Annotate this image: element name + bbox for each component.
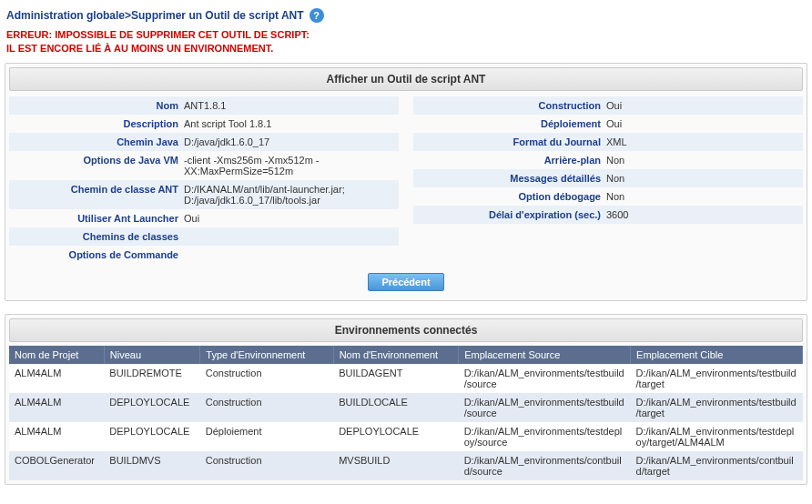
field-label: Options de Java VM bbox=[15, 155, 184, 176]
field-label: Déploiement bbox=[419, 118, 606, 129]
table-header: Nom d'Environnement bbox=[333, 346, 459, 364]
table-row: ALM4ALMDEPLOYLOCALEConstructionBUILDLOCA… bbox=[9, 393, 803, 422]
breadcrumb-sep: > bbox=[125, 9, 131, 22]
field-label: Construction bbox=[419, 100, 606, 111]
table-cell: ALM4ALM bbox=[9, 422, 104, 451]
field-label: Chemins de classes bbox=[15, 231, 184, 242]
field-row: NomANT1.8.1 bbox=[9, 96, 399, 115]
field-label: Arrière-plan bbox=[419, 155, 606, 166]
table-header: Emplacement Cible bbox=[631, 346, 803, 364]
field-row: Délai d'expiration (sec.)3600 bbox=[413, 206, 803, 224]
breadcrumb: Administration globale>Supprimer un Outi… bbox=[5, 5, 807, 26]
field-value: XML bbox=[606, 136, 797, 147]
table-cell: D:/ikan/ALM_environments/testbuild/sourc… bbox=[459, 364, 631, 393]
field-label: Délai d'expiration (sec.) bbox=[419, 209, 606, 220]
error-line1: ERREUR: IMPOSSIBLE DE SUPPRIMER CET OUTI… bbox=[6, 28, 806, 42]
table-cell: DEPLOYLOCALE bbox=[333, 422, 459, 451]
field-label: Utiliser Ant Launcher bbox=[15, 213, 184, 224]
field-value: Oui bbox=[606, 100, 797, 111]
field-label: Format du Journal bbox=[419, 136, 606, 147]
field-row: DescriptionAnt script Tool 1.8.1 bbox=[9, 115, 399, 133]
field-row: Format du JournalXML bbox=[413, 133, 803, 151]
field-value: Non bbox=[606, 155, 797, 166]
table-cell: D:/ikan/ALM_environments/contbuild/targe… bbox=[631, 451, 803, 480]
field-value: Non bbox=[606, 191, 797, 202]
field-value: -client -Xms256m -Xmx512m -XX:MaxPermSiz… bbox=[184, 155, 393, 176]
back-button[interactable]: Précédent bbox=[368, 273, 443, 291]
table-cell: Construction bbox=[200, 364, 333, 393]
field-row: ConstructionOui bbox=[413, 96, 803, 115]
table-cell: ALM4ALM bbox=[9, 393, 104, 422]
field-row: DéploiementOui bbox=[413, 115, 803, 133]
table-cell: BUILDMVS bbox=[104, 451, 199, 480]
environments-table: Nom de ProjetNiveauType d'EnvironnementN… bbox=[9, 346, 803, 480]
field-label: Nom bbox=[15, 100, 184, 111]
table-cell: DEPLOYLOCALE bbox=[104, 393, 199, 422]
table-cell: BUILDREMOTE bbox=[104, 364, 199, 393]
table-cell: D:/ikan/ALM_environments/testdeploy/sour… bbox=[459, 422, 631, 451]
panel-view-tool: Afficher un Outil de script ANT NomANT1.… bbox=[5, 63, 807, 301]
field-value: Oui bbox=[184, 213, 393, 224]
breadcrumb-page: Supprimer un Outil de script ANT bbox=[131, 9, 304, 22]
field-value bbox=[184, 249, 393, 260]
error-message: ERREUR: IMPOSSIBLE DE SUPPRIMER CET OUTI… bbox=[5, 26, 807, 63]
field-row: Utiliser Ant LauncherOui bbox=[9, 209, 399, 227]
field-value: Ant script Tool 1.8.1 bbox=[184, 118, 393, 129]
field-row: Options de Commande bbox=[9, 246, 399, 264]
table-cell: BUILDAGENT bbox=[333, 364, 459, 393]
field-label: Chemin de classe ANT bbox=[15, 184, 184, 206]
table-row: ALM4ALMBUILDREMOTEConstructionBUILDAGENT… bbox=[9, 364, 803, 393]
field-value: ANT1.8.1 bbox=[184, 100, 393, 111]
field-value: Oui bbox=[606, 118, 797, 129]
field-row: Chemin JavaD:/java/jdk1.6.0_17 bbox=[9, 133, 399, 151]
table-cell: ALM4ALM bbox=[9, 364, 104, 393]
table-cell: DEPLOYLOCALE bbox=[104, 422, 199, 451]
table-cell: Construction bbox=[200, 393, 333, 422]
field-label: Description bbox=[15, 118, 184, 129]
table-header: Niveau bbox=[104, 346, 199, 364]
table-header: Nom de Projet bbox=[9, 346, 104, 364]
table-cell: Construction bbox=[200, 451, 333, 480]
table-cell: D:/ikan/ALM_environments/testdeploy/targ… bbox=[631, 422, 803, 451]
field-row: Arrière-planNon bbox=[413, 151, 803, 169]
table-row: COBOLGeneratorBUILDMVSConstructionMVSBUI… bbox=[9, 451, 803, 480]
table-cell: COBOLGenerator bbox=[9, 451, 104, 480]
field-row: Chemin de classe ANTD:/IKANALM/ant/lib/a… bbox=[9, 180, 399, 209]
breadcrumb-root[interactable]: Administration globale bbox=[6, 9, 125, 22]
table-cell: Déploiement bbox=[200, 422, 333, 451]
table-header: Emplacement Source bbox=[459, 346, 631, 364]
table-cell: D:/ikan/ALM_environments/testbuild/sourc… bbox=[459, 393, 631, 422]
field-row: Options de Java VM-client -Xms256m -Xmx5… bbox=[9, 151, 399, 180]
field-label: Chemin Java bbox=[15, 136, 184, 147]
panel-connected-envs: Environnements connectés Nom de ProjetNi… bbox=[5, 314, 807, 485]
table-cell: MVSBUILD bbox=[333, 451, 459, 480]
field-row: Messages détaillésNon bbox=[413, 169, 803, 187]
table-header: Type d'Environnement bbox=[200, 346, 333, 364]
field-value: D:/java/jdk1.6.0_17 bbox=[184, 136, 393, 147]
table-row: ALM4ALMDEPLOYLOCALEDéploiementDEPLOYLOCA… bbox=[9, 422, 803, 451]
table-cell: D:/ikan/ALM_environments/testbuild/targe… bbox=[631, 364, 803, 393]
error-line2: IL EST ENCORE LIÉ À AU MOINS UN ENVIRONN… bbox=[6, 42, 806, 55]
field-value: D:/IKANALM/ant/lib/ant-launcher.jar; D:/… bbox=[184, 184, 393, 206]
table-cell: D:/ikan/ALM_environments/testbuild/targe… bbox=[631, 393, 803, 422]
table-cell: D:/ikan/ALM_environments/contbuild/sourc… bbox=[459, 451, 631, 480]
field-label: Option débogage bbox=[419, 191, 606, 202]
panel-connected-envs-title: Environnements connectés bbox=[9, 318, 803, 342]
panel-view-tool-title: Afficher un Outil de script ANT bbox=[9, 67, 803, 91]
field-row: Option débogageNon bbox=[413, 187, 803, 206]
field-label: Messages détaillés bbox=[419, 173, 606, 184]
table-cell: BUILDLOCALE bbox=[333, 393, 459, 422]
field-value bbox=[184, 231, 393, 242]
help-icon[interactable]: ? bbox=[310, 8, 324, 23]
field-value: Non bbox=[606, 173, 797, 184]
field-value: 3600 bbox=[606, 209, 797, 220]
field-row: Chemins de classes bbox=[9, 227, 399, 246]
field-label: Options de Commande bbox=[15, 249, 184, 260]
